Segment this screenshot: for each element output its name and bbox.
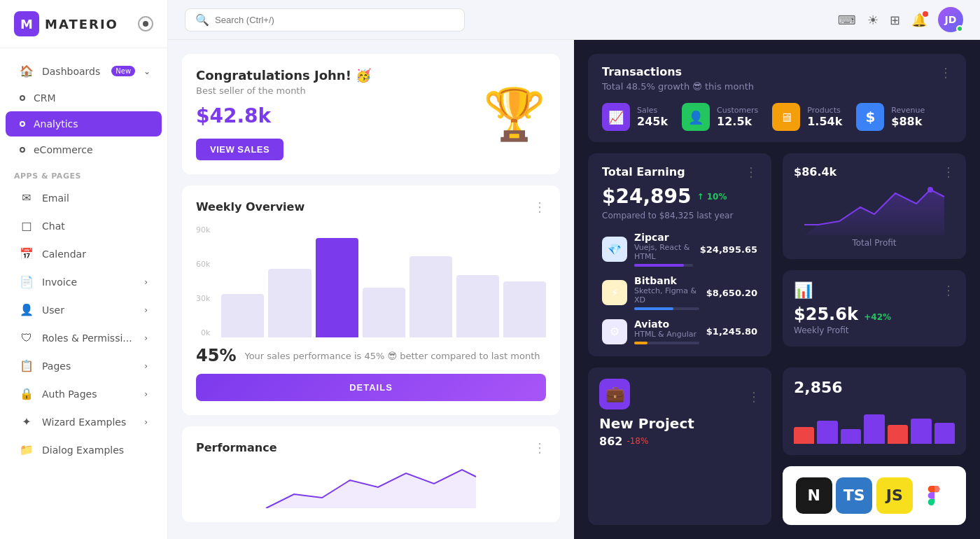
y-label: 0k bbox=[196, 328, 210, 337]
mini-bar bbox=[888, 425, 908, 444]
sidebar-item-label: Chat bbox=[42, 220, 65, 232]
earning-menu-icon[interactable]: ⋮ bbox=[745, 164, 757, 179]
sidebar-item-label: Dashboards bbox=[42, 66, 100, 77]
sidebar-item-roles[interactable]: 🛡 Roles & Permissi... › bbox=[6, 324, 162, 351]
earning-amount: $24,895 ↑ 10% bbox=[602, 185, 757, 208]
search-box[interactable]: 🔍 bbox=[185, 8, 465, 31]
bitbank-progress-fill bbox=[634, 307, 673, 310]
earning-value: $24,895 bbox=[602, 185, 692, 208]
congrats-subtitle: Best seller of the month bbox=[196, 85, 472, 96]
dot-icon bbox=[20, 95, 25, 101]
sidebar-item-dialog[interactable]: 📁 Dialog Examples bbox=[6, 436, 162, 463]
bitbank-icon: ⚡ bbox=[602, 280, 627, 305]
new-project-badge: -18% bbox=[626, 436, 648, 446]
sidebar-item-label: Pages bbox=[42, 360, 71, 372]
record-icon[interactable] bbox=[138, 16, 153, 31]
sidebar-item-auth[interactable]: 🔒 Auth Pages › bbox=[6, 380, 162, 407]
dot-icon bbox=[20, 147, 25, 153]
customers-icon: 👤 bbox=[682, 103, 710, 131]
grid-icon[interactable]: ⊞ bbox=[890, 13, 900, 27]
sidebar-item-wizard[interactable]: ✦ Wizard Examples › bbox=[6, 408, 162, 435]
chart-bar bbox=[363, 288, 405, 337]
sidebar-item-ecommerce[interactable]: eCommerce bbox=[6, 137, 162, 162]
translate-icon[interactable]: ⌨ bbox=[838, 13, 856, 27]
online-indicator bbox=[956, 25, 963, 32]
weekly-profit-badge: +42% bbox=[864, 312, 891, 322]
bitbank-amount: $8,650.20 bbox=[706, 288, 757, 298]
notification-dot bbox=[923, 11, 928, 17]
congrats-amount: $42.8k bbox=[196, 104, 472, 127]
zipcar-name: Zipcar bbox=[634, 232, 693, 243]
aviato-progress-fill bbox=[634, 342, 648, 344]
notification-icon[interactable]: 🔔 bbox=[911, 13, 927, 27]
sidebar: M MATERIO 🏠 Dashboards New ⌄ CRM Analyti… bbox=[0, 0, 168, 539]
brightness-icon[interactable]: ☀ bbox=[867, 13, 878, 27]
sidebar-item-chat[interactable]: □ Chat bbox=[6, 212, 162, 239]
sidebar-item-pages[interactable]: 📋 Pages › bbox=[6, 352, 162, 379]
section-title-apps: APPS & PAGES bbox=[0, 163, 167, 183]
revenue-value: $88k bbox=[891, 115, 925, 128]
sidebar-item-label: User bbox=[42, 304, 64, 316]
sidebar-item-user[interactable]: 👤 User › bbox=[6, 296, 162, 323]
zipcar-sub: Vuejs, React & HTML bbox=[634, 243, 693, 261]
transactions-menu-icon[interactable]: ⋮ bbox=[939, 65, 952, 80]
weekly-profit-menu-icon[interactable]: ⋮ bbox=[942, 283, 955, 298]
profit-menu-icon[interactable]: ⋮ bbox=[942, 164, 955, 179]
perf-menu-icon[interactable]: ⋮ bbox=[533, 440, 546, 455]
customers-label: Customers bbox=[717, 106, 758, 115]
weekly-title: Weekly Overview bbox=[196, 200, 304, 214]
sidebar-item-analytics[interactable]: Analytics bbox=[6, 111, 162, 136]
project-icon: 💼 bbox=[599, 379, 630, 410]
products-label: Products bbox=[807, 106, 842, 115]
customers-value: 12.5k bbox=[717, 115, 758, 128]
mini-bar bbox=[794, 427, 814, 444]
weekly-profit-amount: $25.6k +42% bbox=[794, 304, 955, 324]
view-sales-button[interactable]: VIEW SALES bbox=[196, 139, 284, 160]
earning-compared: Compared to $84,325 last year bbox=[602, 211, 757, 220]
chart-bar bbox=[268, 269, 311, 337]
details-button[interactable]: DETAILS bbox=[196, 374, 546, 401]
total-profit-card: $86.4k ⋮ bbox=[783, 153, 966, 259]
sidebar-item-label: Roles & Permissi... bbox=[42, 332, 132, 344]
chart-bar bbox=[221, 294, 264, 337]
sidebar-item-label: CRM bbox=[34, 92, 56, 104]
chevron-icon: › bbox=[144, 361, 148, 371]
dashboard-area: Congratulations John! 🥳 Best seller of t… bbox=[168, 40, 980, 539]
weekly-menu-icon[interactable]: ⋮ bbox=[533, 200, 546, 214]
stat-sales: 📈 Sales 245k bbox=[602, 103, 668, 131]
mini-bar bbox=[817, 421, 837, 444]
products-value: 1.54k bbox=[807, 115, 842, 128]
search-icon: 🔍 bbox=[195, 13, 209, 27]
sidebar-item-label: Auth Pages bbox=[42, 388, 97, 400]
home-icon: 🏠 bbox=[20, 64, 34, 78]
sidebar-item-label: Dialog Examples bbox=[42, 444, 124, 456]
aviato-icon: ⚙ bbox=[602, 319, 627, 344]
y-label: 30k bbox=[196, 294, 210, 303]
sidebar-item-email[interactable]: ✉ Email bbox=[6, 184, 162, 211]
zipcar-info: Zipcar Vuejs, React & HTML bbox=[634, 232, 693, 267]
sidebar-item-crm[interactable]: CRM bbox=[6, 85, 162, 111]
project-menu-icon[interactable]: ⋮ bbox=[748, 389, 760, 404]
performance-card: Performance ⋮ bbox=[182, 426, 560, 522]
bitbank-progress-bar bbox=[634, 307, 699, 310]
sidebar-logo: M MATERIO bbox=[0, 0, 167, 48]
weekly-card-header: Weekly Overview ⋮ bbox=[196, 200, 546, 214]
mini-bar bbox=[841, 429, 861, 444]
sidebar-item-label: Email bbox=[42, 192, 69, 204]
lock-icon: 🔒 bbox=[20, 387, 34, 400]
earning-item-bitbank: ⚡ Bitbank Sketch, Figma & XD $8,650.20 bbox=[602, 275, 757, 310]
avatar[interactable]: JD bbox=[938, 7, 963, 32]
perf-card-header: Performance ⋮ bbox=[196, 440, 546, 455]
search-input[interactable] bbox=[215, 15, 454, 25]
transactions-card: Transactions Total 48.5% growth 😎 this m… bbox=[588, 54, 966, 142]
sidebar-item-invoice[interactable]: 📄 Invoice › bbox=[6, 268, 162, 295]
svg-marker-0 bbox=[266, 470, 476, 508]
avatar-initials: JD bbox=[945, 14, 957, 25]
svg-point-2 bbox=[927, 187, 933, 192]
stat-products: 🖥 Products 1.54k bbox=[772, 103, 842, 131]
shield-icon: 🛡 bbox=[20, 331, 34, 344]
sales-label: Sales bbox=[637, 106, 668, 115]
sidebar-item-dashboards[interactable]: 🏠 Dashboards New ⌄ bbox=[6, 57, 162, 85]
sidebar-item-calendar[interactable]: 📅 Calendar bbox=[6, 240, 162, 267]
perf-title: Performance bbox=[196, 441, 277, 454]
